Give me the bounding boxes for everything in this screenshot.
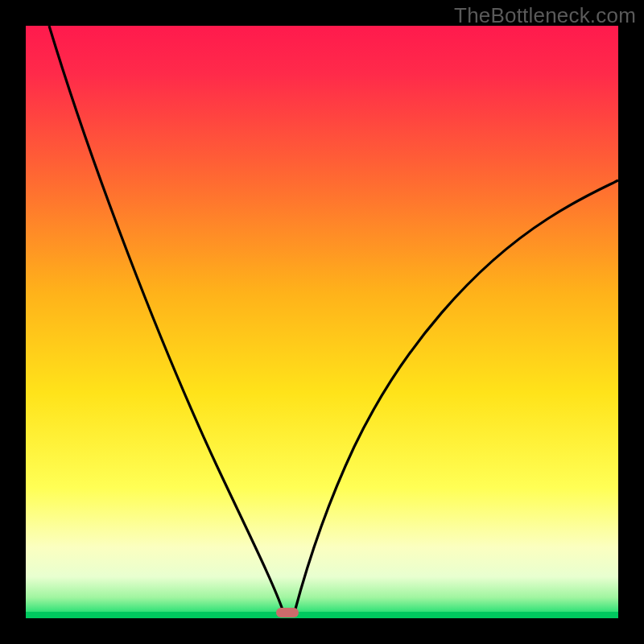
green-baseline-strip bbox=[26, 612, 618, 618]
gradient-background bbox=[26, 26, 618, 618]
bottleneck-chart bbox=[0, 0, 644, 644]
chart-frame: { "watermark": "TheBottleneck.com", "col… bbox=[0, 0, 644, 644]
minimum-marker bbox=[276, 608, 299, 617]
watermark-text: TheBottleneck.com bbox=[454, 3, 636, 28]
